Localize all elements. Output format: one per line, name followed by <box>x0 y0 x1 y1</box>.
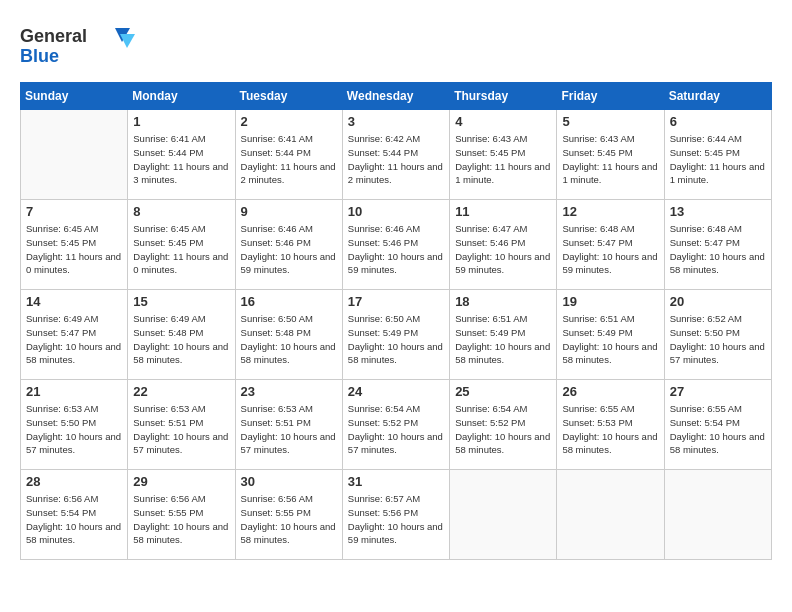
day-info: Sunrise: 6:54 AM Sunset: 5:52 PM Dayligh… <box>348 402 444 457</box>
day-number: 22 <box>133 384 229 399</box>
calendar-cell <box>450 470 557 560</box>
calendar-cell: 16Sunrise: 6:50 AM Sunset: 5:48 PM Dayli… <box>235 290 342 380</box>
calendar-table: SundayMondayTuesdayWednesdayThursdayFrid… <box>20 82 772 560</box>
calendar-cell: 23Sunrise: 6:53 AM Sunset: 5:51 PM Dayli… <box>235 380 342 470</box>
calendar-cell: 31Sunrise: 6:57 AM Sunset: 5:56 PM Dayli… <box>342 470 449 560</box>
day-info: Sunrise: 6:51 AM Sunset: 5:49 PM Dayligh… <box>455 312 551 367</box>
day-number: 15 <box>133 294 229 309</box>
day-number: 20 <box>670 294 766 309</box>
day-number: 27 <box>670 384 766 399</box>
day-number: 5 <box>562 114 658 129</box>
calendar-cell: 6Sunrise: 6:44 AM Sunset: 5:45 PM Daylig… <box>664 110 771 200</box>
calendar-cell: 10Sunrise: 6:46 AM Sunset: 5:46 PM Dayli… <box>342 200 449 290</box>
calendar-cell: 9Sunrise: 6:46 AM Sunset: 5:46 PM Daylig… <box>235 200 342 290</box>
day-number: 19 <box>562 294 658 309</box>
calendar-cell: 17Sunrise: 6:50 AM Sunset: 5:49 PM Dayli… <box>342 290 449 380</box>
logo-text: General Blue <box>20 20 140 72</box>
calendar-cell <box>557 470 664 560</box>
calendar-cell: 15Sunrise: 6:49 AM Sunset: 5:48 PM Dayli… <box>128 290 235 380</box>
calendar-cell: 20Sunrise: 6:52 AM Sunset: 5:50 PM Dayli… <box>664 290 771 380</box>
logo: General Blue <box>20 20 140 72</box>
calendar-cell: 19Sunrise: 6:51 AM Sunset: 5:49 PM Dayli… <box>557 290 664 380</box>
week-row-1: 7Sunrise: 6:45 AM Sunset: 5:45 PM Daylig… <box>21 200 772 290</box>
day-info: Sunrise: 6:44 AM Sunset: 5:45 PM Dayligh… <box>670 132 766 187</box>
header-tuesday: Tuesday <box>235 83 342 110</box>
day-info: Sunrise: 6:48 AM Sunset: 5:47 PM Dayligh… <box>562 222 658 277</box>
day-number: 25 <box>455 384 551 399</box>
day-info: Sunrise: 6:45 AM Sunset: 5:45 PM Dayligh… <box>26 222 122 277</box>
day-info: Sunrise: 6:43 AM Sunset: 5:45 PM Dayligh… <box>455 132 551 187</box>
header-monday: Monday <box>128 83 235 110</box>
calendar-cell: 4Sunrise: 6:43 AM Sunset: 5:45 PM Daylig… <box>450 110 557 200</box>
calendar-cell <box>664 470 771 560</box>
header-saturday: Saturday <box>664 83 771 110</box>
header-thursday: Thursday <box>450 83 557 110</box>
day-number: 18 <box>455 294 551 309</box>
day-info: Sunrise: 6:56 AM Sunset: 5:54 PM Dayligh… <box>26 492 122 547</box>
day-number: 26 <box>562 384 658 399</box>
week-row-3: 21Sunrise: 6:53 AM Sunset: 5:50 PM Dayli… <box>21 380 772 470</box>
day-info: Sunrise: 6:41 AM Sunset: 5:44 PM Dayligh… <box>241 132 337 187</box>
day-info: Sunrise: 6:50 AM Sunset: 5:49 PM Dayligh… <box>348 312 444 367</box>
calendar-cell: 12Sunrise: 6:48 AM Sunset: 5:47 PM Dayli… <box>557 200 664 290</box>
day-number: 23 <box>241 384 337 399</box>
header-sunday: Sunday <box>21 83 128 110</box>
svg-text:Blue: Blue <box>20 46 59 66</box>
header-friday: Friday <box>557 83 664 110</box>
day-number: 17 <box>348 294 444 309</box>
day-number: 31 <box>348 474 444 489</box>
day-number: 29 <box>133 474 229 489</box>
day-number: 9 <box>241 204 337 219</box>
calendar-cell: 14Sunrise: 6:49 AM Sunset: 5:47 PM Dayli… <box>21 290 128 380</box>
day-info: Sunrise: 6:55 AM Sunset: 5:54 PM Dayligh… <box>670 402 766 457</box>
day-number: 6 <box>670 114 766 129</box>
day-number: 4 <box>455 114 551 129</box>
calendar-cell: 25Sunrise: 6:54 AM Sunset: 5:52 PM Dayli… <box>450 380 557 470</box>
calendar-cell: 11Sunrise: 6:47 AM Sunset: 5:46 PM Dayli… <box>450 200 557 290</box>
day-number: 11 <box>455 204 551 219</box>
calendar-cell: 26Sunrise: 6:55 AM Sunset: 5:53 PM Dayli… <box>557 380 664 470</box>
day-info: Sunrise: 6:53 AM Sunset: 5:51 PM Dayligh… <box>241 402 337 457</box>
day-info: Sunrise: 6:47 AM Sunset: 5:46 PM Dayligh… <box>455 222 551 277</box>
day-number: 7 <box>26 204 122 219</box>
day-info: Sunrise: 6:54 AM Sunset: 5:52 PM Dayligh… <box>455 402 551 457</box>
day-info: Sunrise: 6:46 AM Sunset: 5:46 PM Dayligh… <box>348 222 444 277</box>
day-info: Sunrise: 6:50 AM Sunset: 5:48 PM Dayligh… <box>241 312 337 367</box>
calendar-cell: 27Sunrise: 6:55 AM Sunset: 5:54 PM Dayli… <box>664 380 771 470</box>
calendar-cell: 21Sunrise: 6:53 AM Sunset: 5:50 PM Dayli… <box>21 380 128 470</box>
day-info: Sunrise: 6:51 AM Sunset: 5:49 PM Dayligh… <box>562 312 658 367</box>
day-number: 16 <box>241 294 337 309</box>
day-info: Sunrise: 6:49 AM Sunset: 5:47 PM Dayligh… <box>26 312 122 367</box>
calendar-cell: 2Sunrise: 6:41 AM Sunset: 5:44 PM Daylig… <box>235 110 342 200</box>
calendar-cell: 28Sunrise: 6:56 AM Sunset: 5:54 PM Dayli… <box>21 470 128 560</box>
day-number: 12 <box>562 204 658 219</box>
day-info: Sunrise: 6:49 AM Sunset: 5:48 PM Dayligh… <box>133 312 229 367</box>
day-number: 1 <box>133 114 229 129</box>
calendar-cell: 1Sunrise: 6:41 AM Sunset: 5:44 PM Daylig… <box>128 110 235 200</box>
day-info: Sunrise: 6:56 AM Sunset: 5:55 PM Dayligh… <box>133 492 229 547</box>
calendar-cell: 22Sunrise: 6:53 AM Sunset: 5:51 PM Dayli… <box>128 380 235 470</box>
calendar-cell: 30Sunrise: 6:56 AM Sunset: 5:55 PM Dayli… <box>235 470 342 560</box>
day-number: 8 <box>133 204 229 219</box>
calendar-cell: 8Sunrise: 6:45 AM Sunset: 5:45 PM Daylig… <box>128 200 235 290</box>
day-number: 10 <box>348 204 444 219</box>
day-number: 28 <box>26 474 122 489</box>
week-row-2: 14Sunrise: 6:49 AM Sunset: 5:47 PM Dayli… <box>21 290 772 380</box>
day-info: Sunrise: 6:41 AM Sunset: 5:44 PM Dayligh… <box>133 132 229 187</box>
day-info: Sunrise: 6:42 AM Sunset: 5:44 PM Dayligh… <box>348 132 444 187</box>
calendar-cell: 18Sunrise: 6:51 AM Sunset: 5:49 PM Dayli… <box>450 290 557 380</box>
day-info: Sunrise: 6:52 AM Sunset: 5:50 PM Dayligh… <box>670 312 766 367</box>
calendar-cell: 29Sunrise: 6:56 AM Sunset: 5:55 PM Dayli… <box>128 470 235 560</box>
day-info: Sunrise: 6:45 AM Sunset: 5:45 PM Dayligh… <box>133 222 229 277</box>
day-info: Sunrise: 6:46 AM Sunset: 5:46 PM Dayligh… <box>241 222 337 277</box>
calendar-cell: 7Sunrise: 6:45 AM Sunset: 5:45 PM Daylig… <box>21 200 128 290</box>
day-number: 21 <box>26 384 122 399</box>
page-header: General Blue <box>20 20 772 72</box>
calendar-cell: 13Sunrise: 6:48 AM Sunset: 5:47 PM Dayli… <box>664 200 771 290</box>
calendar-cell: 24Sunrise: 6:54 AM Sunset: 5:52 PM Dayli… <box>342 380 449 470</box>
day-info: Sunrise: 6:53 AM Sunset: 5:51 PM Dayligh… <box>133 402 229 457</box>
calendar-cell <box>21 110 128 200</box>
day-info: Sunrise: 6:43 AM Sunset: 5:45 PM Dayligh… <box>562 132 658 187</box>
day-number: 2 <box>241 114 337 129</box>
day-info: Sunrise: 6:56 AM Sunset: 5:55 PM Dayligh… <box>241 492 337 547</box>
